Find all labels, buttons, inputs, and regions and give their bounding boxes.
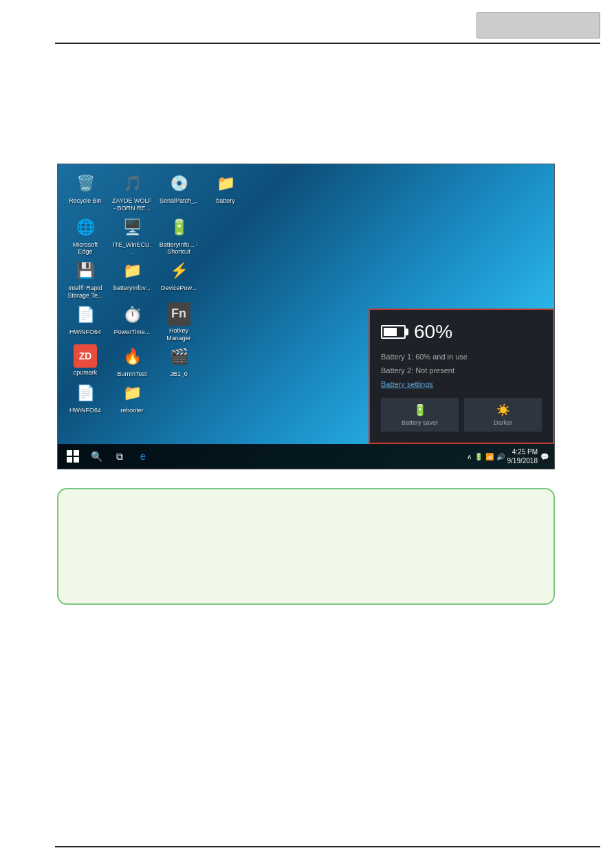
start-button[interactable] [63,447,83,466]
taskbar: 🔍 ⧉ e ∧ 🔋 📶 🔊 4:25 PM 9/19/2018 💬 [58,444,554,469]
cpumark-label: cpumark [74,369,98,377]
bottom-divider-line [55,846,600,847]
battery-folder-icon[interactable]: 📁 battery [205,171,246,212]
icon-row-2: 🌐 Microsoft Edge 🖥️ ITE_WinECU... 🔋 Batt… [65,215,246,256]
microsoft-edge-icon[interactable]: 🌐 Microsoft Edge [65,215,106,256]
taskbar-edge-icon[interactable]: e [133,447,153,466]
brightness-icon: ☀️ [496,403,510,416]
taskbar-date-text: 9/19/2018 [507,456,538,465]
top-divider-line [55,43,600,44]
intel-rapid-label: Intel® Rapid Storage Te... [65,285,105,300]
icon-row-1: 🗑️ Recycle Bin 🎵 ZAYDE WOLF - BORN RE...… [65,171,246,212]
battery-saver-icon: 🔋 [413,403,427,416]
hwinfo64-icon-2[interactable]: 📄 HWiNFO64 [65,381,106,414]
battery-percentage-text: 60% [414,321,452,343]
icon-row-3: 💾 Intel® Rapid Storage Te... 📁 batteryIn… [65,258,246,300]
taskbar-wifi-icon[interactable]: 📶 [485,453,494,460]
hwinfo64-label-2: HWiNFO64 [69,407,101,414]
battery-infov-label: batteryInfov... [113,285,151,292]
taskbar-task-view-icon[interactable]: ⧉ [110,447,129,466]
battery-percentage-row: 60% [381,321,542,343]
taskbar-search-icon[interactable]: 🔍 [87,447,106,466]
rebooter-label: rebooter [120,407,144,414]
taskbar-caret-icon[interactable]: ∧ [467,453,472,460]
ite-win-ecu-label: ITE_WinECU... [112,241,152,256]
desktop-screenshot: 🗑️ Recycle Bin 🎵 ZAYDE WOLF - BORN RE...… [57,164,555,469]
serial-patch-icon[interactable]: 💿 SerialPatch_... [158,171,199,212]
battery-2-status: Battery 2: Not present [381,366,542,375]
device-pow-icon[interactable]: ⚡ DevicePow... [158,258,199,300]
battery-1-status: Battery 1: 60% and in use [381,353,542,361]
taskbar-notifications-icon[interactable]: 💬 [540,453,549,460]
recycle-bin-icon[interactable]: 🗑️ Recycle Bin [65,171,106,212]
battery-popup: 60% Battery 1: 60% and in use Battery 2:… [369,309,554,444]
jb1-label: JB1_0 [170,370,188,378]
hwinfo64-label-1: HWiNFO64 [69,329,101,336]
hwinfo64-icon-1[interactable]: 📄 HWiNFO64 [65,302,106,342]
hotkey-manager-icon[interactable]: Fn Hotkey Manager [158,302,199,342]
intel-rapid-icon[interactable]: 💾 Intel® Rapid Storage Te... [65,258,106,300]
taskbar-sound-icon[interactable]: 🔊 [496,453,505,460]
hotkey-manager-label: Hotkey Manager [159,327,199,342]
ite-win-ecu-icon[interactable]: 🖥️ ITE_WinECU... [111,215,153,256]
recycle-bin-label: Recycle Bin [69,197,102,205]
battery-buttons-row: 🔋 Battery saver ☀️ Darker [381,398,542,432]
rebooter-icon[interactable]: 📁 rebooter [111,381,153,414]
taskbar-battery-status-icon[interactable]: 🔋 [474,453,483,460]
battery-settings-link[interactable]: Battery settings [381,380,542,388]
cpumark-icon[interactable]: ZD cpumark [65,344,106,378]
top-bar-box [476,12,600,38]
icon-row-5: ZD cpumark 🔥 BurnInTest 🎬 JB1_0 [65,344,246,378]
battery-infov-icon[interactable]: 📁 batteryInfov... [111,258,153,300]
battery-icon-large [381,325,406,339]
taskbar-time-text: 4:25 PM [507,447,538,456]
note-box [57,488,555,605]
darker-button[interactable]: ☀️ Darker [464,398,542,432]
battery-fill [384,328,397,336]
icon-row-4: 📄 HWiNFO64 ⏱️ PowerTime... Fn Hotkey Man… [65,302,246,342]
zayde-wolf-label: ZAYDE WOLF - BORN RE... [112,197,152,212]
battery-saver-button[interactable]: 🔋 Battery saver [381,398,459,432]
battery-info-icon[interactable]: 🔋 BatteryInfo... - Shortcut [158,215,199,256]
battery-folder-label: battery [216,197,235,205]
battery-saver-label: Battery saver [402,419,438,426]
burn-in-test-icon[interactable]: 🔥 BurnInTest [111,344,153,378]
jb1-icon[interactable]: 🎬 JB1_0 [158,344,199,378]
taskbar-clock[interactable]: 4:25 PM 9/19/2018 [507,447,538,465]
burn-in-test-label: BurnInTest [117,370,146,378]
power-time-icon[interactable]: ⏱️ PowerTime... [111,302,153,342]
windows-logo-icon [67,450,79,463]
microsoft-edge-label: Microsoft Edge [65,241,105,256]
darker-label: Darker [494,419,512,426]
desktop-icons-container: 🗑️ Recycle Bin 🎵 ZAYDE WOLF - BORN RE...… [65,171,246,414]
taskbar-right-area: ∧ 🔋 📶 🔊 4:25 PM 9/19/2018 💬 [467,447,549,465]
serial-patch-label: SerialPatch_... [159,197,199,212]
power-time-label: PowerTime... [114,329,151,336]
icon-row-6: 📄 HWiNFO64 📁 rebooter [65,381,246,414]
zayde-wolf-icon[interactable]: 🎵 ZAYDE WOLF - BORN RE... [111,171,153,212]
battery-info-label: BatteryInfo... - Shortcut [159,241,199,256]
device-pow-label: DevicePow... [161,285,197,292]
